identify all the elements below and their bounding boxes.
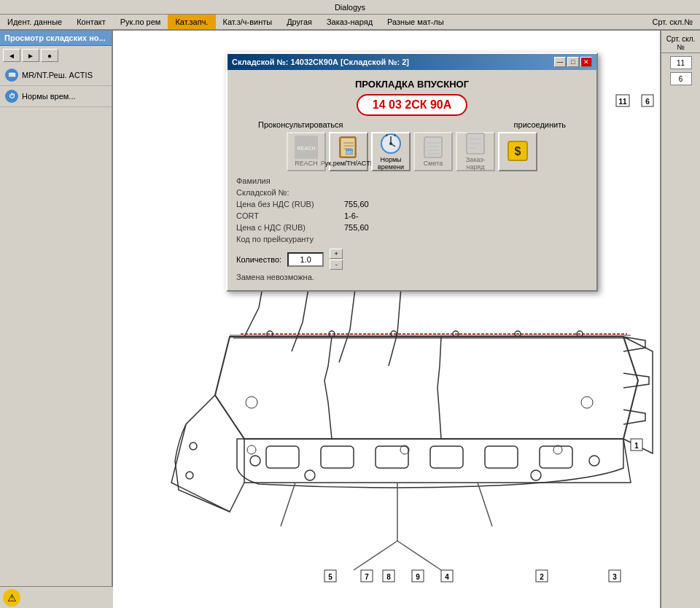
svg-text:REACH: REACH (298, 146, 316, 151)
sidebar-item-mrnt-label: МR/NT.Реш. ACTIS (22, 71, 93, 79)
icon-buttons-row: REACH REACH (236, 132, 588, 171)
svg-text:3: 3 (612, 573, 617, 581)
menu-workorder[interactable]: Заказ-наряд (319, 15, 380, 29)
time-norms-icon (379, 132, 402, 155)
svg-text:5: 5 (328, 573, 332, 581)
clock-icon: ⏱ (4, 89, 19, 104)
sidebar-nav: ◄ ► ● (0, 46, 112, 65)
field-label-price-code: Код по прейскуранту (236, 234, 338, 244)
menu-sort[interactable]: Срт. скл.№ (645, 15, 700, 29)
join-label: присоединить (514, 120, 566, 129)
svg-rect-71 (424, 137, 442, 157)
svg-line-69 (386, 134, 387, 136)
svg-text:IMG: IMG (346, 150, 353, 155)
svg-line-70 (394, 134, 395, 136)
sidebar-item-norms[interactable]: ⏱ Нормы врем... (0, 86, 112, 107)
nav-dot-button[interactable]: ● (41, 49, 58, 62)
modal-title: Складской №: 14032СК90А [Складской №: 2] (232, 58, 409, 66)
sidebar: Просмотр складских но... ◄ ► ● 📖 МR/NT.Р… (0, 31, 113, 608)
time-norms-button[interactable]: Нормы времени (371, 132, 411, 171)
work-order-button[interactable]: Заказ-наряд (456, 132, 495, 171)
part-number-oval: 14 03 2СК 90А (357, 94, 468, 116)
field-value-price-code (344, 234, 588, 244)
svg-text:6: 6 (645, 98, 650, 106)
menu-ident[interactable]: Идент. данные (0, 15, 69, 29)
svg-text:1: 1 (634, 442, 639, 450)
svg-text:4: 4 (445, 573, 449, 581)
nav-prev-button[interactable]: ◄ (3, 49, 20, 62)
field-value-family (344, 176, 588, 186)
content-area: 11 6 1 2 3 4 (113, 31, 660, 608)
field-label-stock: Складской №: (236, 187, 338, 198)
sidebar-item-mrnt[interactable]: 📖 МR/NT.Реш. ACTIS (0, 65, 112, 86)
replacement-text: Замена невозможна. (236, 273, 588, 281)
field-value-stock (344, 187, 588, 198)
menu-parts[interactable]: Кат.запч. (168, 15, 215, 29)
right-panel-header: Срт. скл.№ (661, 34, 700, 53)
reach-button[interactable]: REACH REACH (287, 132, 326, 171)
svg-text:9: 9 (416, 573, 420, 581)
modal-minimize-button[interactable]: — (554, 57, 566, 67)
part-name-heading: ПРОКЛАДКА ВПУСКНОГ (236, 79, 588, 90)
fields-area: Фамилия Складской №: Цена без НДС (RUB) … (236, 176, 588, 244)
repair-manual-icon: IMG (337, 136, 360, 159)
svg-text:$: $ (515, 145, 521, 157)
quantity-stepper: + - (330, 249, 343, 270)
yellow-order-icon: $ (506, 139, 529, 163)
modal-body: ПРОКЛАДКА ВПУСКНОГ 14 03 2СК 90А Проконс… (228, 70, 596, 290)
repair-manual-button[interactable]: IMG Рук.рем/TH/ACTIS (329, 132, 368, 171)
right-badge-11: 11 (670, 56, 692, 69)
reach-label: REACH (295, 160, 318, 168)
field-label-price-vat: Цена с НДС (RUB) (236, 222, 338, 233)
repair-manual-label: Рук.рем/TH/ACTIS (321, 160, 377, 168)
time-norms-label: Нормы времени (373, 157, 409, 171)
menu-contact[interactable]: Контакт (69, 15, 113, 29)
field-value-price-vat: 755,60 (344, 222, 588, 233)
svg-text:11: 11 (618, 98, 627, 106)
right-badge-6: 6 (670, 72, 692, 85)
book-icon: 📖 (4, 68, 19, 82)
reach-icon: REACH (295, 136, 318, 159)
sidebar-item-norms-label: Нормы врем... (22, 92, 76, 101)
field-label-family: Фамилия (236, 176, 338, 186)
quantity-input[interactable] (287, 252, 324, 267)
modal-close-button[interactable]: ✕ (580, 57, 592, 67)
field-value-price-no-vat: 755,60 (344, 199, 588, 209)
sidebar-header: Просмотр складских но... (0, 31, 112, 46)
field-value-cort: 1-6- (344, 211, 588, 221)
field-label-cort: CORT (236, 211, 338, 221)
menu-hardware[interactable]: Кат.з/ч-винты (216, 15, 280, 29)
quantity-label: Количество: (236, 255, 281, 264)
yellow-order-button[interactable]: $ (498, 132, 537, 171)
menu-bar: Идент. данные Контакт Рук.по рем Кат.зап… (0, 15, 700, 31)
main-area: Просмотр складских но... ◄ ► ● 📖 МR/NT.Р… (0, 31, 700, 608)
right-panel: Срт. скл.№ 11 6 (660, 31, 700, 608)
work-order-icon (464, 132, 487, 155)
modal-maximize-button[interactable]: □ (567, 57, 579, 67)
menu-repair[interactable]: Рук.по рем (113, 15, 168, 29)
menu-other[interactable]: Другая (279, 15, 319, 29)
svg-text:7: 7 (365, 573, 369, 581)
estimate-label: Смета (424, 160, 443, 168)
quantity-row: Количество: + - (236, 249, 588, 270)
consult-label: Проконсультироваться (258, 120, 343, 129)
sidebar-bottom-bar: ⚠ (0, 586, 113, 608)
quantity-decrement-button[interactable]: - (330, 260, 343, 270)
estimate-button[interactable]: Смета (413, 132, 453, 171)
title-bar: Dialogys (0, 0, 700, 15)
warning-icon: ⚠ (3, 589, 20, 607)
part-number-container: 14 03 2СК 90А (236, 94, 588, 116)
modal-titlebar: Складской №: 14032СК90А [Складской №: 2]… (228, 54, 596, 70)
menu-misc[interactable]: Разные мат-лы (380, 15, 451, 29)
nav-next-button[interactable]: ► (22, 49, 39, 62)
field-label-price-no-vat: Цена без НДС (RUB) (236, 199, 338, 209)
modal-controls: — □ ✕ (554, 57, 592, 67)
part-detail-modal: Складской №: 14032СК90А [Складской №: 2]… (226, 52, 598, 292)
svg-text:2: 2 (540, 573, 544, 581)
estimate-icon (421, 136, 445, 159)
quantity-increment-button[interactable]: + (330, 249, 343, 259)
svg-text:8: 8 (386, 573, 391, 581)
work-order-label: Заказ-наряд (457, 157, 494, 171)
app-title: Dialogys (335, 3, 365, 12)
